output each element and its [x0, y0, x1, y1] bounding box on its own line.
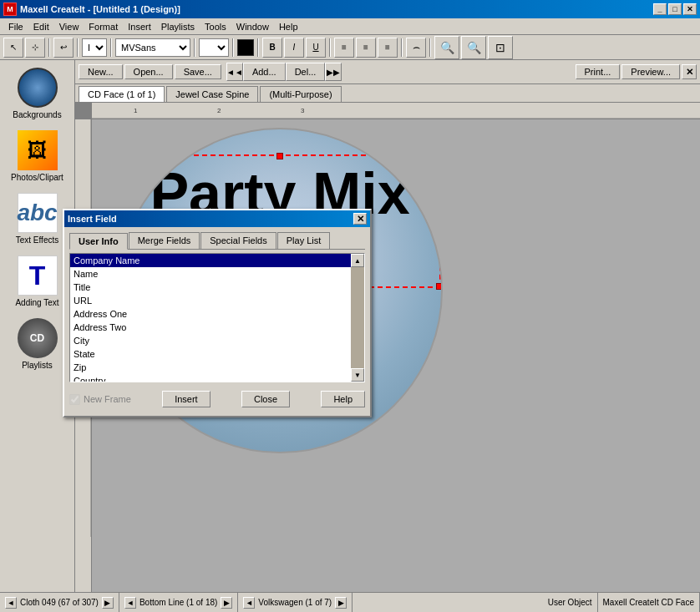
- new-frame-label: New Frame: [84, 394, 131, 404]
- list-item-address-two[interactable]: Address Two: [70, 321, 351, 334]
- list-item-city[interactable]: City: [70, 334, 351, 347]
- list-item-company-name[interactable]: Company Name: [70, 254, 351, 267]
- close-button[interactable]: Close: [241, 391, 290, 407]
- dialog-overlay: Insert Field ✕ User Info Merge Fields Sp…: [0, 0, 700, 612]
- dialog-tab-user-info[interactable]: User Info: [69, 233, 128, 250]
- new-frame-checkbox[interactable]: [69, 394, 80, 405]
- dialog-tab-play-list[interactable]: Play List: [277, 232, 331, 249]
- new-frame-checkbox-group: New Frame: [69, 394, 131, 405]
- dialog-title-bar: Insert Field ✕: [64, 210, 370, 227]
- dialog-body: User Info Merge Fields Special Fields Pl…: [64, 227, 370, 416]
- list-item-name[interactable]: Name: [70, 267, 351, 281]
- insert-button[interactable]: Insert: [162, 391, 211, 407]
- list-scrollbar: ▲ ▼: [351, 254, 364, 382]
- list-item-title[interactable]: Title: [70, 281, 351, 294]
- list-item-address-one[interactable]: Address One: [70, 307, 351, 321]
- scrollbar-down-button[interactable]: ▼: [351, 368, 364, 382]
- dialog-close-button[interactable]: ✕: [353, 213, 367, 225]
- help-button[interactable]: Help: [321, 391, 365, 407]
- scrollbar-track[interactable]: [351, 267, 364, 368]
- dialog-footer: New Frame Insert Close Help: [69, 387, 365, 411]
- list-item-url[interactable]: URL: [70, 294, 351, 307]
- scrollbar-up-button[interactable]: ▲: [351, 254, 364, 267]
- insert-field-dialog: Insert Field ✕ User Info Merge Fields Sp…: [63, 209, 372, 417]
- dialog-tabs: User Info Merge Fields Special Fields Pl…: [69, 232, 365, 250]
- list-item-zip[interactable]: Zip: [70, 361, 351, 374]
- list-item-country[interactable]: Country: [70, 374, 351, 382]
- dialog-field-list[interactable]: Company Name Name Title URL Address One …: [70, 254, 351, 382]
- dialog-tab-merge-fields[interactable]: Merge Fields: [129, 232, 200, 249]
- dialog-title-text: Insert Field: [68, 214, 117, 224]
- list-item-state[interactable]: State: [70, 347, 351, 361]
- dialog-list-container: Company Name Name Title URL Address One …: [69, 253, 365, 382]
- dialog-tab-special-fields[interactable]: Special Fields: [200, 232, 276, 249]
